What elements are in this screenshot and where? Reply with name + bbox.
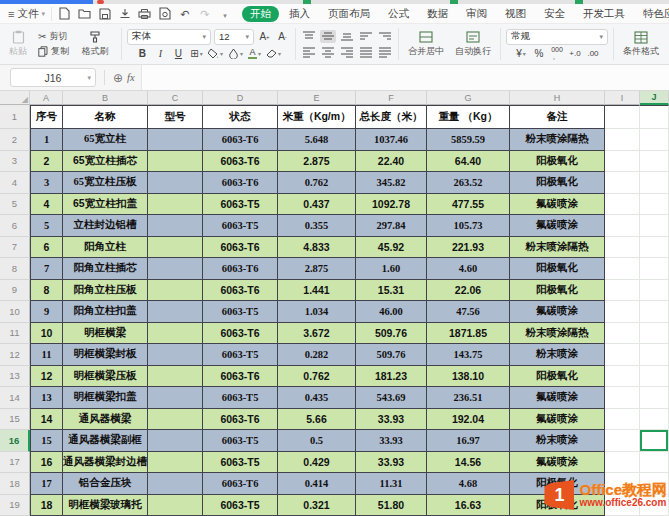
cell-H4[interactable]: 阳极氧化 (510, 172, 605, 194)
cell-B6[interactable]: 立柱封边铝槽 (63, 215, 148, 237)
active-window-tab[interactable] (0, 0, 93, 4)
tab-开始[interactable]: 开始 (242, 6, 279, 22)
cell-I12[interactable] (605, 344, 640, 366)
cell-C14[interactable] (148, 387, 203, 409)
cell-G6[interactable]: 105.73 (427, 215, 510, 237)
cell-C4[interactable] (148, 172, 203, 194)
cell-D3[interactable]: 6063-T6 (203, 151, 278, 173)
cell-I10[interactable] (605, 301, 640, 323)
fx-icon[interactable]: fx (127, 72, 135, 83)
cell-J12[interactable] (640, 344, 669, 366)
decrease-decimal-button[interactable]: .00 (586, 47, 601, 60)
cell-F6[interactable]: 297.84 (356, 215, 427, 237)
cell-I8[interactable] (605, 258, 640, 280)
cell-A17[interactable]: 16 (30, 452, 63, 474)
cell-D13[interactable]: 6063-T6 (203, 366, 278, 388)
cell-C5[interactable] (148, 194, 203, 216)
cell-A16[interactable]: 15 (30, 430, 63, 452)
cell-B14[interactable]: 明框横梁扣盖 (63, 387, 148, 409)
bold-button[interactable]: B (135, 47, 150, 60)
align-middle-button[interactable] (320, 30, 336, 43)
cell-C16[interactable] (148, 430, 203, 452)
cell-G18[interactable]: 4.68 (427, 473, 510, 495)
cell-H16[interactable]: 粉末喷涂 (510, 430, 605, 452)
shading-button[interactable]: ▾ (227, 47, 244, 60)
row-header-14[interactable]: 14 (0, 387, 30, 409)
row-header-9[interactable]: 9 (0, 280, 30, 302)
cell-A3[interactable]: 2 (30, 151, 63, 173)
column-header-E[interactable]: E (278, 91, 356, 105)
cell-E3[interactable]: 2.875 (278, 151, 356, 173)
cell-E7[interactable]: 4.833 (278, 237, 356, 259)
cell-G12[interactable]: 143.75 (427, 344, 510, 366)
decrease-indent-button[interactable] (358, 30, 374, 43)
cell-D5[interactable]: 6063-T5 (203, 194, 278, 216)
column-header-H[interactable]: H (510, 91, 605, 105)
row-header-18[interactable]: 18 (0, 473, 30, 495)
cell-E8[interactable]: 2.875 (278, 258, 356, 280)
cell-D15[interactable]: 6063-T6 (203, 409, 278, 431)
column-header-F[interactable]: F (356, 91, 427, 105)
row-header-11[interactable]: 11 (0, 323, 30, 345)
cell-J11[interactable] (640, 323, 669, 345)
column-header-A[interactable]: A (30, 91, 63, 105)
cell-J15[interactable] (640, 409, 669, 431)
cell-C7[interactable] (148, 237, 203, 259)
percent-format-button[interactable]: % (532, 47, 547, 60)
cell-F8[interactable]: 1.60 (356, 258, 427, 280)
cell-F3[interactable]: 22.40 (356, 151, 427, 173)
open-button[interactable] (78, 7, 92, 21)
cell-D8[interactable]: 6063-T6 (203, 258, 278, 280)
cell-G10[interactable]: 47.56 (427, 301, 510, 323)
cell-I15[interactable] (605, 409, 640, 431)
name-box[interactable]: J16 ▾ (10, 68, 96, 87)
row-header-13[interactable]: 13 (0, 366, 30, 388)
cell-G7[interactable]: 221.93 (427, 237, 510, 259)
cell-F2[interactable]: 1037.46 (356, 129, 427, 151)
cell-G8[interactable]: 4.60 (427, 258, 510, 280)
select-all-corner[interactable]: ◢ (0, 91, 30, 105)
cell-C11[interactable] (148, 323, 203, 345)
cell-D11[interactable]: 6063-T6 (203, 323, 278, 345)
cell-C18[interactable] (148, 473, 203, 495)
conditional-format-button[interactable]: 条件格式 (619, 28, 663, 60)
cell-A15[interactable]: 14 (30, 409, 63, 431)
number-format-select[interactable]: 常规 ▾ (506, 29, 608, 45)
cell-B8[interactable]: 阳角立柱插芯 (63, 258, 148, 280)
cell-C9[interactable] (148, 280, 203, 302)
cell-B5[interactable]: 65宽立柱扣盖 (63, 194, 148, 216)
column-header-G[interactable]: G (427, 91, 510, 105)
cell-E4[interactable]: 0.762 (278, 172, 356, 194)
cell-F16[interactable]: 33.93 (356, 430, 427, 452)
cell-F10[interactable]: 46.00 (356, 301, 427, 323)
cell-A11[interactable]: 10 (30, 323, 63, 345)
header-cell-G1[interactable]: 重量 （Kg） (427, 105, 510, 129)
cell-I5[interactable] (605, 194, 640, 216)
cell-F5[interactable]: 1092.78 (356, 194, 427, 216)
cell-G3[interactable]: 64.40 (427, 151, 510, 173)
cell-C10[interactable] (148, 301, 203, 323)
cell-D17[interactable]: 6063-T5 (203, 452, 278, 474)
cell-B11[interactable]: 明框横梁 (63, 323, 148, 345)
cell-J13[interactable] (640, 366, 669, 388)
cell-J8[interactable] (640, 258, 669, 280)
cell-E11[interactable]: 3.672 (278, 323, 356, 345)
column-header-J[interactable]: J (640, 91, 669, 105)
file-menu-button[interactable]: ≡ 文件 ▾ (0, 7, 51, 21)
format-painter-button[interactable]: 格式刷 (74, 28, 116, 60)
print-preview-button[interactable] (158, 7, 172, 21)
align-top-button[interactable] (301, 30, 317, 43)
justify-button[interactable] (358, 45, 374, 58)
tab-特色应用[interactable]: 特色应用 (635, 6, 669, 22)
currency-format-button[interactable]: ¥▾ (514, 47, 529, 60)
cell-H9[interactable]: 阳极氧化 (510, 280, 605, 302)
row-header-16[interactable]: 16 (0, 430, 30, 452)
header-cell-H1[interactable]: 备注 (510, 105, 605, 129)
cell-H5[interactable]: 氟碳喷涂 (510, 194, 605, 216)
tab-审阅[interactable]: 审阅 (458, 6, 495, 22)
cell-B7[interactable]: 阳角立柱 (63, 237, 148, 259)
cell-B17[interactable]: 通风器横梁封边槽 (63, 452, 148, 474)
cell-H15[interactable]: 氟碳喷涂 (510, 409, 605, 431)
cell-G16[interactable]: 16.97 (427, 430, 510, 452)
cell-G13[interactable]: 138.10 (427, 366, 510, 388)
